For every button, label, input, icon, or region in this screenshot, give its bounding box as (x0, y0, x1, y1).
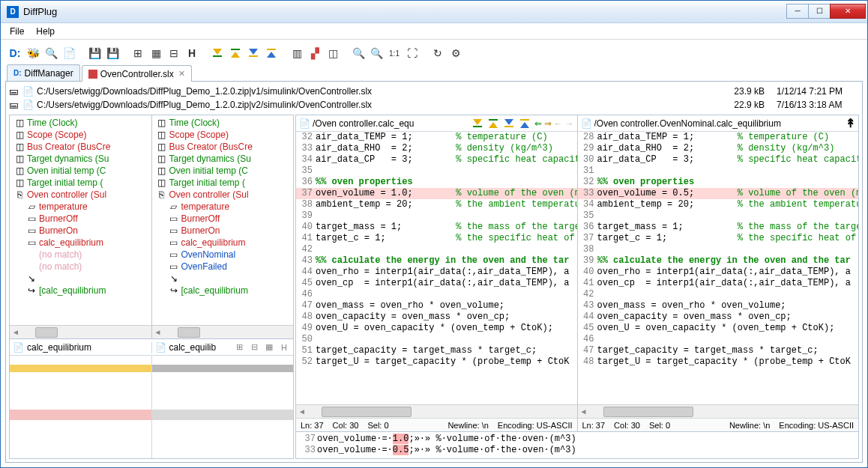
tree-item[interactable]: ↪[calc_equilibrium (10, 285, 151, 297)
code-line[interactable]: 42 (296, 244, 577, 255)
code-line[interactable]: 40target_mass = 1; % the mass of the tar… (296, 222, 577, 233)
code-line[interactable]: 49oven_U = oven_capacity * (oven_temp + … (296, 323, 577, 334)
refresh-icon[interactable]: ↻ (430, 45, 446, 61)
tree-right[interactable]: ◫Time (Clock)◫Scope (Scope)◫Bus Creator … (151, 115, 294, 338)
code-line[interactable]: 44oven_rho = interp1(air_data(:,air_data… (296, 267, 577, 278)
code-line[interactable]: 45oven_cp = interp1(air_data(:,air_data_… (296, 278, 577, 289)
tree-item[interactable]: ▭OvenNominal (152, 249, 294, 261)
code-line[interactable]: 43oven_mass = oven_rho * oven_volume; (578, 300, 859, 312)
tree-item[interactable]: ▱temperature (10, 201, 151, 213)
minus-icon[interactable]: ⊟ (166, 45, 182, 61)
tree-item[interactable]: ◫Target dynamics (Su (152, 153, 294, 165)
code-line[interactable]: 44oven_capacity = oven_mass * oven_cp; (578, 312, 859, 323)
scrollbar-h[interactable]: ◄ (10, 325, 151, 338)
titlebar[interactable]: D DiffPlug ─ ☐ ✕ (1, 1, 867, 23)
diff-last-icon[interactable] (519, 118, 532, 130)
h-icon[interactable]: H (278, 341, 290, 353)
code-line[interactable]: 28air_data_TEMP = 1; % temperature (C) (578, 132, 859, 143)
magnify-icon[interactable]: 🔍 (43, 45, 59, 61)
code-line[interactable]: 31 (578, 165, 859, 177)
copy-right-icon[interactable]: ⇒ (544, 118, 552, 129)
saveall-icon[interactable]: 💾 (104, 45, 121, 61)
scrollbar-h[interactable]: ◄ (152, 325, 294, 338)
layout3-icon[interactable]: ◫ (325, 45, 341, 61)
grid-icon[interactable]: ▦ (263, 341, 275, 353)
zoomfit-icon[interactable]: ⛶ (404, 45, 421, 61)
tree-item[interactable]: ⎘Oven controller (Sul (10, 189, 151, 201)
tree-item[interactable]: ▭BurnerOn (152, 225, 294, 237)
tree-item[interactable]: ◫Bus Creator (BusCre (152, 141, 294, 153)
code-line[interactable]: 35 (296, 165, 577, 177)
code-line[interactable]: 47oven_mass = oven_rho * oven_volume; (296, 300, 577, 312)
zoom11-icon[interactable]: 1:1 (386, 45, 403, 61)
scrollbar-h[interactable]: ◄ (578, 404, 859, 418)
code-line[interactable]: 47target_capacity = target_mass * target… (578, 345, 859, 356)
search-icon[interactable]: 🐝 (25, 45, 41, 61)
code-line[interactable]: 35 (578, 210, 859, 222)
tree-item[interactable]: ◫Target initial temp ( (152, 177, 294, 189)
tree-item[interactable]: ▭BurnerOn (10, 225, 151, 237)
code-line[interactable]: 41target_c = 1; % the specific heat of (296, 233, 577, 244)
layout1-icon[interactable]: ▥ (289, 45, 305, 61)
code-line[interactable]: 45oven_U = oven_capacity * (oven_temp + … (578, 323, 859, 334)
code-line[interactable]: 48target_U = target_capacity * (probe_te… (578, 356, 859, 368)
code-line[interactable]: 52target_U = target_capacity * (probe_te… (296, 356, 577, 368)
code-line[interactable]: 32%% oven properties (578, 177, 859, 188)
up-arrow-icon[interactable]: ↟ (846, 116, 855, 130)
tree-item[interactable]: ◫Time (Clock) (10, 117, 151, 129)
code-line[interactable]: 48oven_capacity = oven_mass * oven_cp; (296, 312, 577, 323)
tree-item[interactable]: ▭OvenFailed (152, 261, 294, 273)
zoomin-icon[interactable]: 🔍 (350, 45, 367, 61)
code-line[interactable]: 37oven_volume = 1.0; % volume of the ove… (296, 188, 577, 199)
doc-icon[interactable]: 📄 (61, 45, 77, 61)
highlight-icon[interactable]: H (184, 45, 200, 61)
tree-item[interactable]: ▭BurnerOff (10, 213, 151, 225)
mini-right[interactable] (151, 356, 294, 458)
tree-item[interactable]: ◫Target initial temp ( (10, 177, 151, 189)
code-line[interactable]: 36%% oven properties (296, 177, 577, 188)
tree-item[interactable]: ◫Bus Creator (BusCre (10, 141, 151, 153)
tree-item[interactable]: ▭calc_equilibrium (10, 237, 151, 249)
code-line[interactable]: 38ambient_temp = 20; % the ambient tempe… (296, 199, 577, 210)
diff-prev-icon[interactable] (487, 118, 501, 130)
tree-item[interactable]: ↘ (152, 273, 294, 285)
layout2-icon[interactable]: ▞ (307, 45, 323, 61)
tree-item[interactable]: ▭calc_equilibrium (152, 237, 294, 249)
save-icon[interactable]: 💾 (86, 45, 103, 61)
scrollbar-h[interactable]: ◄ (296, 404, 577, 418)
code-line[interactable]: 40oven_rho = interp1(air_data(:,air_data… (578, 267, 859, 278)
tab-diffmanager[interactable]: D: DiffManager (7, 64, 80, 81)
diff-last-icon[interactable] (263, 45, 280, 61)
code-line[interactable]: 32air_data_TEMP = 1; % temperature (C) (296, 132, 577, 143)
tree-item[interactable]: ◫Oven initial temp (C (152, 165, 294, 177)
diff-next-icon[interactable] (245, 45, 262, 61)
code-line[interactable]: 33oven_volume = 0.5; % volume of the ove… (578, 188, 859, 199)
code-line[interactable]: 46 (296, 289, 577, 300)
tree-item[interactable]: ↪[calc_equilibrium (152, 285, 294, 297)
diff-next-icon[interactable] (503, 118, 516, 130)
tree-item[interactable]: ◫Time (Clock) (152, 117, 294, 129)
code-line[interactable]: 29air_data_RHO = 2; % density (kg/m^3) (578, 143, 859, 154)
code-line[interactable]: 41oven_cp = interp1(air_data(:,air_data_… (578, 278, 859, 289)
tree-item[interactable]: ◫Scope (Scope) (10, 129, 151, 141)
expand-icon[interactable]: ⊞ (130, 45, 146, 61)
collapse-icon[interactable]: ▦ (148, 45, 164, 61)
code-line[interactable]: 39 (296, 210, 577, 222)
tree-item[interactable]: ◫Scope (Scope) (152, 129, 294, 141)
code-line[interactable]: 50 (296, 334, 577, 345)
code-line[interactable]: 34air_data_CP = 3; % specific heat capac… (296, 154, 577, 165)
code-line[interactable]: 37target_c = 1; % the specific heat of (578, 233, 859, 244)
code-line[interactable]: 43%% calculate the energy in the oven an… (296, 255, 577, 267)
logo-icon[interactable]: D: (7, 45, 23, 61)
code-line[interactable]: 46 (578, 334, 859, 345)
code-line[interactable]: 34ambient_temp = 20; % the ambient tempe… (578, 199, 859, 210)
code-line[interactable]: 30air_data_CP = 3; % specific heat capac… (578, 154, 859, 165)
collapse-icon[interactable]: ⊟ (248, 341, 260, 353)
code-line[interactable]: 36target_mass = 1; % the mass of the tar… (578, 222, 859, 233)
diff-first-icon[interactable] (471, 118, 485, 130)
settings-icon[interactable]: ⚙ (447, 45, 464, 61)
copy-left-icon[interactable]: ⇐ (534, 118, 542, 129)
nav-back-icon[interactable]: ← (554, 118, 563, 129)
mini-left[interactable] (10, 356, 151, 458)
tree-item[interactable]: ↘ (10, 273, 151, 285)
